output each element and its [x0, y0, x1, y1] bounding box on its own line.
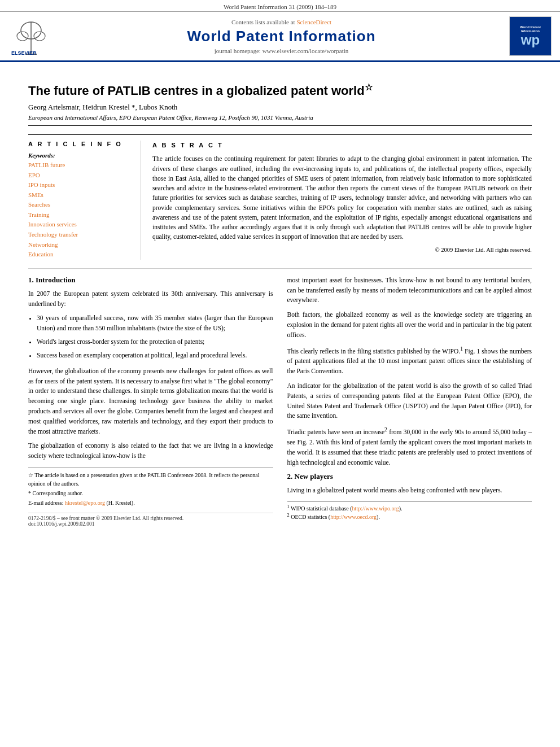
svg-text:ELSEVIER: ELSEVIER [11, 50, 37, 56]
abstract-col: A B S T R A C T The article focuses on t… [141, 141, 532, 260]
right-para2: Both factors, the globalized economy as … [287, 310, 532, 340]
footer-doi: doi:10.1016/j.wpi.2009.02.001 [28, 521, 273, 527]
abstract-text: The article focuses on the continuing re… [152, 154, 532, 242]
footnote-corresponding: * Corresponding author. [28, 489, 273, 497]
section1-heading: 1. Introduction [28, 276, 273, 285]
keyword-training[interactable]: Training [28, 210, 129, 220]
body-section: 1. Introduction In 2007 the European pat… [28, 268, 532, 527]
bullet-list: 30 years of unparalleled success, now wi… [37, 313, 273, 360]
abstract-label: A B S T R A C T [152, 141, 532, 150]
keyword-networking[interactable]: Networking [28, 240, 129, 250]
sciencedirect-link[interactable]: ScienceDirect [296, 19, 331, 25]
article-info-label: A R T I C L E I N F O [28, 141, 129, 147]
bullet-item-3: Success based on exemplary cooperation a… [37, 351, 273, 361]
bullet-item-2: World's largest cross-border system for … [37, 337, 273, 347]
page-footer: 0172-2190/$ – see front matter © 2009 El… [28, 513, 273, 527]
keyword-innovation[interactable]: Innovation services [28, 220, 129, 230]
keyword-searches[interactable]: Searches [28, 200, 129, 210]
wpi-logo: World PatentInformation wp [509, 16, 552, 56]
article-title-section: The future of PATLIB centres in a global… [28, 73, 532, 126]
section2-para1: Living in a globalized patent world mean… [287, 486, 532, 496]
main-content: The future of PATLIB centres in a global… [0, 62, 560, 538]
keyword-smes[interactable]: SMEs [28, 190, 129, 200]
affiliation: European and International Affairs, EPO … [28, 114, 532, 121]
article-title: The future of PATLIB centres in a global… [28, 82, 532, 99]
section1-para2: However, the globalization of the econom… [28, 366, 273, 437]
keyword-epo[interactable]: EPO [28, 171, 129, 181]
top-bar: World Patent Information 31 (2009) 184–1… [0, 0, 560, 12]
section1-para1: In 2007 the European patent system celeb… [28, 289, 273, 309]
keywords-list: PATLIB future EPO IPO inputs SMEs Search… [28, 160, 129, 260]
right-para4: An indicator for the globalization of th… [287, 381, 532, 421]
footnote-email: E-mail address: hkrestel@epo.org (H. Kre… [28, 499, 273, 507]
footnotes-right: 1 WIPO statistical database (http://www.… [287, 501, 532, 521]
page: World Patent Information 31 (2009) 184–1… [0, 0, 560, 747]
oecd-link[interactable]: http://www.oecd.org [330, 514, 377, 521]
footer-issn: 0172-2190/$ – see front matter © 2009 El… [28, 516, 273, 521]
copyright: © 2009 Elsevier Ltd. All rights reserved… [152, 246, 532, 255]
keyword-education[interactable]: Education [28, 250, 129, 260]
elsevier-logo: ELSEVIER [8, 16, 54, 56]
section2-heading: 2. New players [287, 472, 532, 481]
footnote-oecd: 2 OECD statistics (http://www.oecd.org). [287, 513, 532, 520]
section1-para3: The globalization of economy is also rel… [28, 441, 273, 461]
journal-citation: World Patent Information 31 (2009) 184–1… [224, 3, 336, 10]
article-info-col: A R T I C L E I N F O Keywords: PATLIB f… [28, 141, 141, 260]
footnote-wipo: 1 WIPO statistical database (http://www.… [287, 504, 532, 512]
keyword-tech-transfer[interactable]: Technology transfer [28, 230, 129, 240]
journal-center: Contents lists available at ScienceDirec… [59, 19, 504, 54]
keywords-label: Keywords: [28, 152, 129, 159]
keyword-ipo[interactable]: IPO inputs [28, 180, 129, 190]
journal-homepage: journal homepage: www.elsevier.com/locat… [59, 47, 504, 54]
right-para1: most important asset for businesses. Thi… [287, 276, 532, 305]
right-para3: This clearly reflects in the filing stat… [287, 345, 532, 377]
journal-header: ELSEVIER Contents lists available at Sci… [0, 12, 560, 62]
footnotes-left: ☆ The article is based on a presentation… [28, 467, 273, 507]
title-star: ☆ [365, 82, 373, 92]
footnote-star: ☆ The article is based on a presentation… [28, 471, 273, 488]
authors: Georg Artelsmair, Heidrun Krestel *, Lub… [28, 103, 532, 112]
wipo-link[interactable]: http://www.wipo.org [352, 505, 399, 512]
info-section: A R T I C L E I N F O Keywords: PATLIB f… [28, 134, 532, 260]
body-right: most important asset for businesses. Thi… [287, 269, 532, 527]
journal-title: World Patent Information [59, 28, 504, 45]
email-link[interactable]: hkrestel@epo.org [65, 500, 105, 506]
bullet-item-1: 30 years of unparalleled success, now wi… [37, 313, 273, 334]
body-left: 1. Introduction In 2007 the European pat… [28, 269, 273, 527]
wpi-logo-letters: wp [521, 33, 540, 47]
keyword-patlib-future[interactable]: PATLIB future [28, 160, 129, 171]
sciencedirect-line: Contents lists available at ScienceDirec… [59, 19, 504, 25]
right-para5: Triadic patents have seen an increase2 f… [287, 426, 532, 468]
